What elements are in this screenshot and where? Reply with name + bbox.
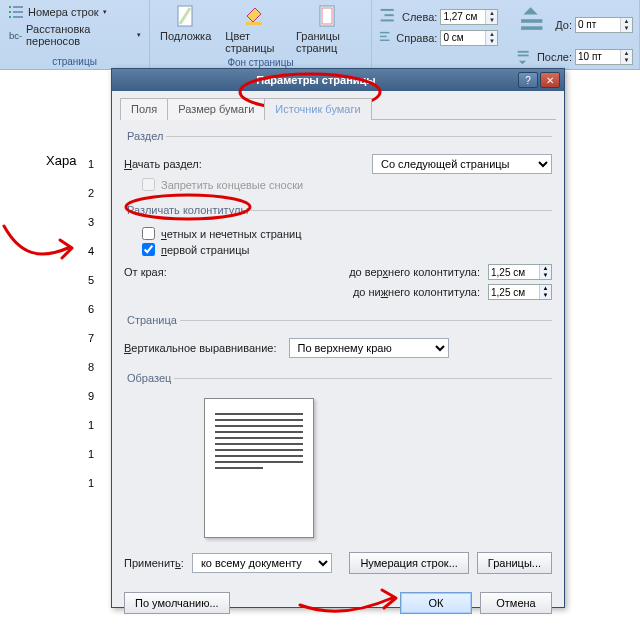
svg-rect-16 — [380, 36, 387, 37]
svg-rect-5 — [13, 16, 23, 18]
footer-distance-spinner[interactable]: ▲▼ — [488, 284, 552, 300]
indent-right-spinner[interactable]: ▲▼ — [440, 30, 498, 46]
borders-button[interactable]: Границы... — [477, 552, 552, 574]
hyphenation-button[interactable]: bc‑ Расстановка переносов ▾ — [6, 22, 143, 48]
page-setup-dialog: Параметры страницы ? ✕ Поля Размер бумаг… — [111, 68, 565, 608]
chevron-down-icon: ▾ — [103, 8, 107, 16]
line-numbering-button[interactable]: Нумерация строк... — [349, 552, 468, 574]
header-distance-spinner[interactable]: ▲▼ — [488, 264, 552, 280]
svg-rect-1 — [9, 11, 11, 13]
chevron-down-icon: ▾ — [137, 31, 141, 39]
space-before-icon — [514, 5, 552, 45]
cancel-button[interactable]: Отмена — [480, 592, 552, 614]
tab-fields[interactable]: Поля — [120, 98, 168, 120]
space-after-spinner[interactable]: ▲▼ — [575, 49, 633, 65]
first-page-check[interactable]: первой страницы — [142, 243, 552, 256]
ribbon-group-label: страницы — [6, 55, 143, 69]
dialog-titlebar[interactable]: Параметры страницы ? ✕ — [112, 69, 564, 91]
svg-rect-18 — [521, 19, 542, 23]
ok-button[interactable]: ОК — [400, 592, 472, 614]
section-start-select[interactable]: Со следующей страницы — [372, 154, 552, 174]
preview-fieldset: Образец — [124, 372, 552, 548]
svg-rect-13 — [385, 14, 394, 16]
svg-rect-12 — [381, 9, 394, 11]
svg-rect-2 — [9, 16, 11, 18]
help-button[interactable]: ? — [518, 72, 538, 88]
tab-paper-size[interactable]: Размер бумаги — [167, 98, 265, 120]
dialog-title: Параметры страницы — [116, 74, 516, 86]
odd-even-check[interactable]: четных и нечетных страниц — [142, 227, 552, 240]
svg-rect-17 — [380, 40, 390, 41]
space-after-icon — [514, 46, 534, 68]
svg-rect-20 — [518, 51, 529, 53]
svg-rect-0 — [9, 6, 11, 8]
section-start-label: Начать раздел: — [124, 158, 202, 170]
tab-paper-source[interactable]: Источник бумаги — [264, 98, 371, 120]
watermark-button[interactable]: Подложка — [156, 2, 215, 44]
list-icon — [8, 4, 24, 20]
indent-right-icon — [378, 29, 393, 46]
document-text: Хара — [46, 153, 76, 168]
svg-rect-15 — [380, 32, 390, 33]
line-numbers-label: Номера строк — [28, 6, 99, 18]
indent-left-spinner[interactable]: ▲▼ — [440, 9, 498, 25]
ribbon: Номера строк ▾ bc‑ Расстановка переносов… — [0, 0, 640, 70]
svg-rect-9 — [246, 22, 262, 25]
svg-text:bc‑: bc‑ — [9, 30, 22, 41]
bucket-icon — [242, 4, 266, 28]
line-numbers-button[interactable]: Номера строк ▾ — [6, 3, 109, 21]
suppress-endnotes-check: Запретить концевые сноски — [142, 178, 552, 191]
space-before-spinner[interactable]: ▲▼ — [575, 17, 633, 33]
close-button[interactable]: ✕ — [540, 72, 560, 88]
svg-rect-21 — [518, 54, 529, 56]
indent-left-icon — [378, 5, 399, 28]
page-fieldset: Страница Вертикальное выравнивание: По в… — [124, 314, 552, 368]
watermark-icon — [174, 4, 198, 28]
hyphenation-label: Расстановка переносов — [26, 23, 133, 47]
page-color-button[interactable]: Цвет страницы — [221, 2, 286, 56]
default-button[interactable]: По умолчанию... — [124, 592, 230, 614]
hyphenation-icon: bc‑ — [8, 27, 22, 43]
page-preview — [204, 398, 314, 538]
svg-rect-14 — [381, 19, 394, 21]
svg-rect-3 — [13, 6, 23, 8]
page-borders-icon — [316, 4, 340, 28]
dialog-tabs: Поля Размер бумаги Источник бумаги — [112, 91, 564, 119]
headers-fieldset: Различать колонтитулы четных и нечетных … — [124, 204, 552, 310]
apply-to-select[interactable]: ко всему документу — [192, 553, 332, 573]
page-borders-button[interactable]: Границы страниц — [292, 2, 365, 56]
svg-rect-19 — [521, 26, 542, 30]
section-fieldset: Раздел Начать раздел: Со следующей стран… — [124, 130, 552, 200]
vertical-align-select[interactable]: По верхнему краю — [289, 338, 449, 358]
svg-rect-4 — [13, 11, 23, 13]
